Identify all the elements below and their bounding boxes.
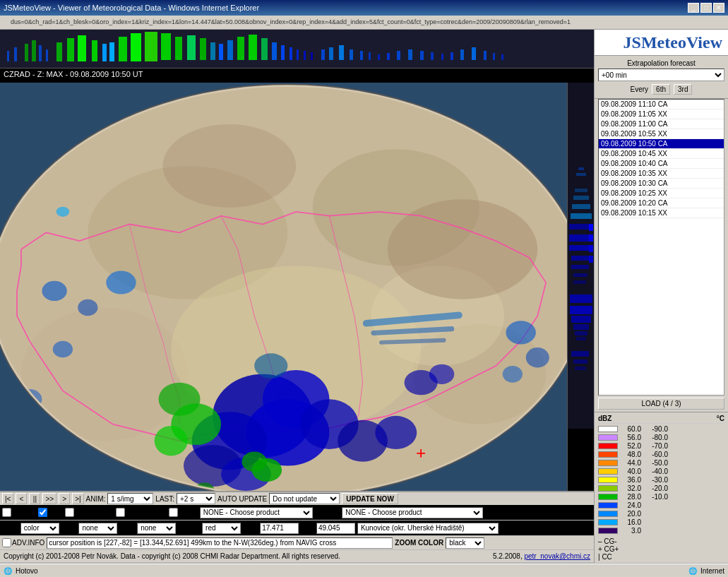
svg-rect-37 xyxy=(378,54,380,60)
svg-rect-116 xyxy=(575,367,586,370)
timeline-item-6[interactable]: 09.08.2009 10:40 CA xyxy=(599,159,724,169)
svg-rect-17 xyxy=(187,35,196,60)
timeline-item-3[interactable]: 09.08.2009 10:55 XX xyxy=(599,129,724,139)
svg-rect-98 xyxy=(571,256,591,261)
svg-rect-36 xyxy=(369,52,371,60)
ovr-select[interactable]: none borders rivers xyxy=(137,523,176,534)
svg-rect-11 xyxy=(109,42,114,61)
legend-row-8: 28.0 -10.0 xyxy=(598,493,724,501)
timeline-item-4[interactable]: 09.08.2009 10:50 CA xyxy=(599,139,724,149)
map-area[interactable] xyxy=(0,83,567,491)
copyright-info: 5.2.2008, petr_novak@chmi.cz xyxy=(493,552,590,560)
navig-label: NAVIG xyxy=(178,524,200,532)
timeline-item-5[interactable]: 09.08.2009 10:45 XX xyxy=(599,149,724,159)
3rd-button[interactable]: 3rd xyxy=(674,84,692,95)
legend-row-10: 20.0 xyxy=(598,510,724,518)
ovr-label: OVR xyxy=(119,524,135,532)
svg-rect-41 xyxy=(420,51,424,60)
every-label: Every xyxy=(631,85,649,93)
svg-point-73 xyxy=(254,353,287,378)
nav-prev-skip-button[interactable]: < xyxy=(16,493,27,504)
svg-rect-109 xyxy=(573,324,589,330)
display-options-row: ORO color none grey UND none red blue OV… xyxy=(0,521,594,536)
close-button[interactable]: ✕ xyxy=(713,3,724,13)
sat-ir-label: SAT_IR xyxy=(12,508,36,516)
svg-rect-102 xyxy=(575,189,587,192)
lat-input[interactable] xyxy=(316,523,355,534)
lon-input[interactable] xyxy=(260,523,299,534)
meteo-product-select[interactable]: NONE - Choose product xyxy=(342,507,483,518)
location-select[interactable]: Kunovice (okr. Uherské Hradiště) xyxy=(357,523,499,534)
sat-ir-checkbox-group: SAT_IR xyxy=(2,508,36,517)
svg-rect-3 xyxy=(32,40,36,61)
svg-rect-15 xyxy=(161,33,171,60)
svg-point-81 xyxy=(506,321,535,344)
lon-label: LON xyxy=(243,524,258,532)
sat-ir-checkbox[interactable] xyxy=(2,508,11,517)
oro-select[interactable]: color none grey xyxy=(20,523,59,534)
legend-color-swatch-6 xyxy=(598,477,618,483)
legend-temp-0: -90.0 xyxy=(643,425,668,433)
und-select[interactable]: none red blue xyxy=(78,523,117,534)
svg-rect-100 xyxy=(573,273,587,277)
timeline-item-8[interactable]: 09.08.2009 10:30 CA xyxy=(599,179,724,189)
timeline-item-2[interactable]: 09.08.2009 11:00 CA xyxy=(599,119,724,129)
adv-info-checkbox-group: ADV.INFO xyxy=(2,538,44,547)
statusbar-globe-icon: 🌐 xyxy=(4,567,12,575)
internet-label: Internet xyxy=(700,567,724,575)
nav-next-skip-button[interactable]: >> xyxy=(42,493,56,504)
navig-select[interactable]: red none blue white xyxy=(202,523,241,534)
legend-row-7: 32.0 -20.0 xyxy=(598,484,724,492)
lightning-checkbox[interactable] xyxy=(65,508,74,517)
svg-rect-44 xyxy=(450,52,453,60)
svg-rect-19 xyxy=(210,42,215,60)
timeline-item-9[interactable]: 09.08.2009 10:25 XX xyxy=(599,189,724,198)
last-select[interactable]: +2 s xyxy=(177,493,215,504)
svg-rect-39 xyxy=(397,51,400,60)
extrapolation-select[interactable]: +00 min +05 min +10 min +15 min +20 min … xyxy=(598,69,724,81)
vertical-radar-strip xyxy=(567,83,594,491)
adv-info-row: ADV.INFO ZOOM COLOR black white blue xyxy=(0,536,594,550)
celltrack-checkbox[interactable] xyxy=(116,508,125,517)
oro-label: ORO xyxy=(2,524,18,532)
svg-rect-14 xyxy=(145,32,157,61)
rad-checkbox[interactable] xyxy=(38,508,47,517)
cursor-position-input[interactable] xyxy=(47,537,393,549)
legend-dbz-9: 24.0 xyxy=(620,501,641,509)
svg-rect-49 xyxy=(501,54,503,60)
anim-speed-select[interactable]: 1 s/img xyxy=(107,493,153,504)
minimize-button[interactable]: _ xyxy=(688,3,699,13)
update-now-button[interactable]: UPDATE NOW xyxy=(342,493,398,504)
svg-rect-118 xyxy=(589,234,593,242)
timeline-strip xyxy=(0,30,594,69)
zoom-color-select[interactable]: black white blue xyxy=(446,537,484,549)
legend-extras: – CG-+ CG+| CC xyxy=(598,537,724,561)
nav-first-button[interactable]: |< xyxy=(2,493,13,504)
timeline-item-1[interactable]: 09.08.2009 11:05 XX xyxy=(599,109,724,119)
nav-next-button[interactable]: > xyxy=(59,493,70,504)
svg-rect-107 xyxy=(570,306,592,314)
legend-dbz-4: 44.0 xyxy=(620,459,641,467)
nav-pause-button[interactable]: || xyxy=(29,493,40,504)
svg-rect-112 xyxy=(578,167,584,170)
wind-product-select[interactable]: NONE - Choose product xyxy=(200,507,313,518)
window-title: JSMeteoView - Viewer of Meteorological D… xyxy=(4,4,259,12)
nav-last-button[interactable]: >| xyxy=(72,493,83,504)
legend-dbz-5: 40.0 xyxy=(620,468,641,475)
timeline-item-0[interactable]: 09.08.2009 11:10 CA xyxy=(599,100,724,109)
adv-info-checkbox[interactable] xyxy=(2,538,11,547)
wind-checkbox[interactable] xyxy=(169,508,178,517)
timeline-item-10[interactable]: 09.08.2009 10:20 CA xyxy=(599,198,724,208)
timeline-item-11[interactable]: 09.08.2009 10:15 XX xyxy=(599,208,724,218)
svg-rect-47 xyxy=(484,51,487,60)
auto-update-select[interactable]: Do not update xyxy=(269,493,340,504)
svg-rect-46 xyxy=(472,47,476,60)
maximize-button[interactable]: □ xyxy=(700,3,712,13)
timeline-item-7[interactable]: 09.08.2009 10:35 XX xyxy=(599,169,724,179)
legend-row-1: 56.0 -80.0 xyxy=(598,434,724,441)
svg-rect-28 xyxy=(297,49,299,60)
6th-button[interactable]: 6th xyxy=(652,84,670,95)
svg-rect-110 xyxy=(575,331,587,335)
svg-rect-32 xyxy=(329,47,333,60)
load-button[interactable]: LOAD (4 / 3) xyxy=(598,398,724,410)
